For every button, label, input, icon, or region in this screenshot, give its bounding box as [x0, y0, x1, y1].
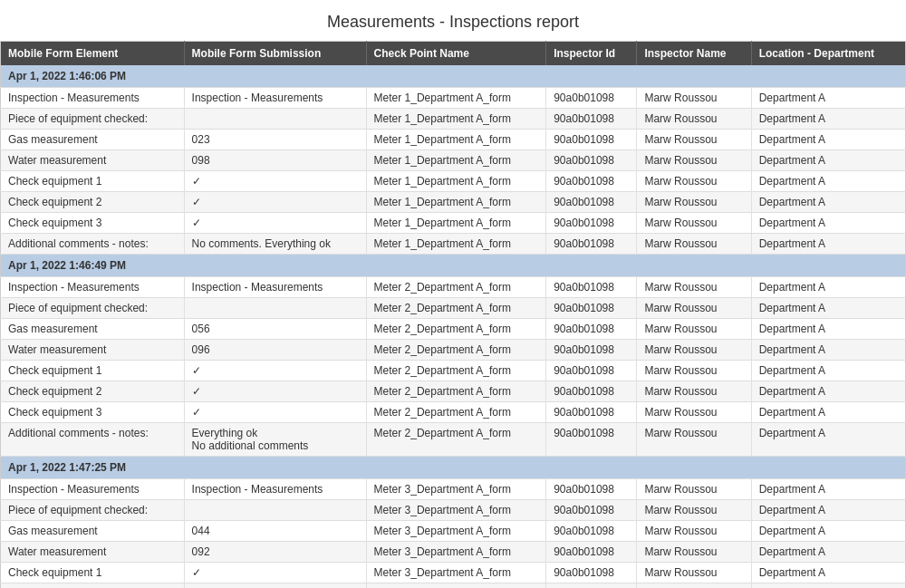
table-cell-5: Department A [751, 150, 905, 171]
table-cell-2: Meter 3_Department A_form [366, 542, 546, 563]
table-cell-5: Department A [751, 542, 905, 563]
table-row: Check equipment 1✓Meter 1_Department A_f… [1, 171, 906, 192]
table-cell-0: Additional comments - notes: [1, 423, 185, 457]
table-cell-0: Check equipment 1 [1, 171, 185, 192]
table-cell-3: 90a0b01098 [546, 402, 637, 423]
table-cell-1: 092 [184, 542, 366, 563]
table-cell-0: Check equipment 2 [1, 192, 185, 213]
group-header-2: Apr 1, 2022 1:47:25 PM [1, 457, 906, 479]
table-cell-0: Water measurement [1, 150, 185, 171]
group-timestamp-2: Apr 1, 2022 1:47:25 PM [1, 457, 906, 479]
table-cell-4: Marw Roussou [637, 563, 751, 583]
table-header-4: Inspector Name [637, 42, 751, 66]
table-cell-4: Marw Roussou [637, 171, 751, 192]
table-cell-2: Meter 2_Department A_form [366, 340, 546, 361]
table-cell-0: Check equipment 2 [1, 381, 185, 402]
table-row: Check equipment 1✓Meter 2_Department A_f… [1, 361, 906, 381]
table-cell-4: Marw Roussou [637, 192, 751, 213]
table-cell-3: 90a0b01098 [546, 130, 637, 150]
table-cell-1: 044 [184, 521, 366, 542]
table-cell-4: Marw Roussou [637, 130, 751, 150]
table-cell-0: Check equipment 3 [1, 213, 185, 234]
table-cell-3: 90a0b01098 [546, 583, 637, 589]
table-cell-5: Department A [751, 521, 905, 542]
table-cell-5: Department A [751, 192, 905, 213]
group-header-1: Apr 1, 2022 1:46:49 PM [1, 255, 906, 277]
table-cell-5: Department A [751, 319, 905, 340]
table-cell-4: Marw Roussou [637, 88, 751, 109]
table-cell-2: Meter 2_Department A_form [366, 423, 546, 457]
table-cell-5: Department A [751, 130, 905, 150]
table-row: Piece of equipment checked:Meter 3_Depar… [1, 500, 906, 521]
table-cell-0: Check equipment 1 [1, 563, 185, 583]
table-row: Additional comments - notes:No comments.… [1, 234, 906, 255]
table-row: Water measurement096Meter 2_Department A… [1, 340, 906, 361]
table-cell-3: 90a0b01098 [546, 109, 637, 130]
table-cell-0: Gas measurement [1, 319, 185, 340]
table-cell-4: Marw Roussou [637, 521, 751, 542]
table-cell-0: Check equipment 3 [1, 402, 185, 423]
table-cell-3: 90a0b01098 [546, 298, 637, 319]
table-cell-4: Marw Roussou [637, 319, 751, 340]
group-timestamp-1: Apr 1, 2022 1:46:49 PM [1, 255, 906, 277]
table-cell-1: ✓ [184, 361, 366, 381]
table-cell-0: Gas measurement [1, 130, 185, 150]
table-row: Piece of equipment checked:Meter 1_Depar… [1, 109, 906, 130]
table-cell-3: 90a0b01098 [546, 171, 637, 192]
table-cell-1: 096 [184, 340, 366, 361]
table-cell-3: 90a0b01098 [546, 563, 637, 583]
table-cell-0: Inspection - Measurements [1, 479, 185, 500]
table-cell-2: Meter 1_Department A_form [366, 213, 546, 234]
table-cell-1 [184, 500, 366, 521]
table-cell-2: Meter 1_Department A_form [366, 192, 546, 213]
table-cell-4: Marw Roussou [637, 109, 751, 130]
table-cell-5: Department A [751, 500, 905, 521]
table-header-0: Mobile Form Element [1, 42, 185, 66]
table-cell-1: 056 [184, 319, 366, 340]
table-cell-0: Piece of equipment checked: [1, 109, 185, 130]
table-cell-5: Department A [751, 402, 905, 423]
table-cell-1: ✓ [184, 563, 366, 583]
table-cell-3: 90a0b01098 [546, 234, 637, 255]
table-cell-2: Meter 3_Department A_form [366, 500, 546, 521]
table-cell-0: Inspection - Measurements [1, 277, 185, 298]
table-row: Piece of equipment checked:Meter 2_Depar… [1, 298, 906, 319]
table-cell-1: ✓ [184, 213, 366, 234]
table-cell-0: Check equipment 2 [1, 583, 185, 589]
table-cell-1: ✓ [184, 381, 366, 402]
table-cell-1 [184, 109, 366, 130]
table-cell-0: Inspection - Measurements [1, 88, 185, 109]
table-cell-4: Marw Roussou [637, 298, 751, 319]
table-cell-3: 90a0b01098 [546, 88, 637, 109]
table-cell-0: Check equipment 1 [1, 361, 185, 381]
table-cell-1: Inspection - Measurements [184, 277, 366, 298]
table-cell-1: Everything okNo additional comments [184, 423, 366, 457]
table-row: Inspection - MeasurementsInspection - Me… [1, 88, 906, 109]
table-row: Gas measurement044Meter 3_Department A_f… [1, 521, 906, 542]
table-cell-2: Meter 1_Department A_form [366, 109, 546, 130]
table-cell-4: Marw Roussou [637, 277, 751, 298]
report-table: Mobile Form ElementMobile Form Submissio… [0, 41, 906, 588]
table-cell-4: Marw Roussou [637, 150, 751, 171]
table-header-2: Check Point Name [366, 42, 546, 66]
table-cell-4: Marw Roussou [637, 479, 751, 500]
table-row: Water measurement092Meter 3_Department A… [1, 542, 906, 563]
table-cell-2: Meter 3_Department A_form [366, 479, 546, 500]
table-cell-0: Water measurement [1, 340, 185, 361]
table-cell-5: Department A [751, 88, 905, 109]
table-row: Inspection - MeasurementsInspection - Me… [1, 479, 906, 500]
table-cell-1: Inspection - Measurements [184, 88, 366, 109]
table-cell-4: Marw Roussou [637, 381, 751, 402]
table-cell-3: 90a0b01098 [546, 479, 637, 500]
table-cell-2: Meter 3_Department A_form [366, 563, 546, 583]
table-cell-1: No comments. Everything ok [184, 234, 366, 255]
table-row: Check equipment 2✓Meter 2_Department A_f… [1, 381, 906, 402]
table-cell-1: ✓ [184, 583, 366, 589]
table-cell-2: Meter 3_Department A_form [366, 583, 546, 589]
group-timestamp-0: Apr 1, 2022 1:46:06 PM [1, 65, 906, 88]
table-cell-3: 90a0b01098 [546, 192, 637, 213]
table-cell-2: Meter 1_Department A_form [366, 171, 546, 192]
table-cell-2: Meter 1_Department A_form [366, 88, 546, 109]
table-cell-4: Marw Roussou [637, 234, 751, 255]
table-cell-4: Marw Roussou [637, 213, 751, 234]
